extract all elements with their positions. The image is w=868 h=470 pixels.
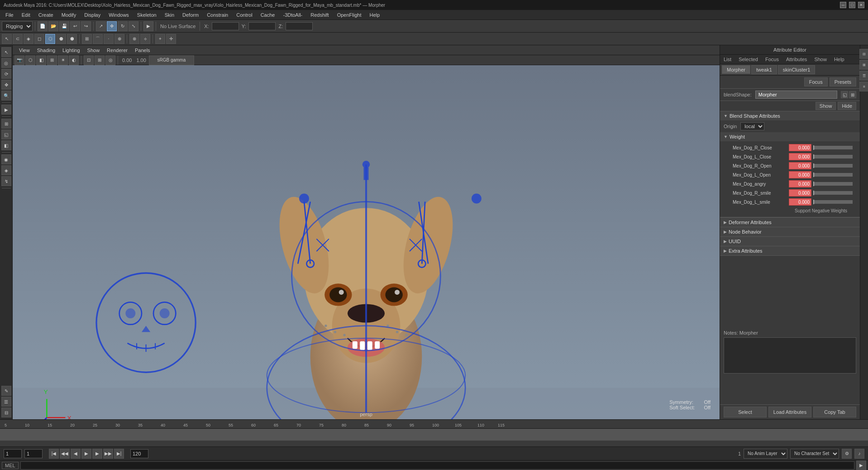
new-btn[interactable]: 📄 (38, 21, 48, 31)
move-pivot-btn[interactable]: ⊗ (129, 34, 139, 44)
maximize-btn[interactable]: □ (849, 2, 855, 8)
snap-curve-btn[interactable]: ⌒ (93, 34, 103, 44)
vp-hud-btn[interactable]: ◎ (105, 55, 115, 65)
obj-mode-btn[interactable]: ◻ (34, 34, 44, 44)
save-btn[interactable]: 💾 (59, 21, 69, 31)
redo-btn[interactable]: ↪ (81, 21, 91, 31)
end-frame-input[interactable] (130, 449, 148, 458)
vp-wire-btn[interactable]: ⬡ (25, 55, 35, 65)
vp-menu-panels[interactable]: Panels (133, 47, 152, 54)
plus-tool-btn[interactable]: + (155, 34, 165, 44)
menu-redshift[interactable]: Redshift (307, 11, 332, 19)
blend-shape-btn-2[interactable]: ⊞ (849, 91, 856, 98)
scale-tool-btn[interactable]: ⤡ (129, 21, 138, 31)
minimize-btn[interactable]: ─ (840, 2, 846, 8)
presets-btn[interactable]: Presets (830, 77, 856, 86)
undo-btn[interactable]: ↩ (70, 21, 80, 31)
script-input[interactable] (20, 461, 854, 470)
origin-dropdown[interactable]: local (740, 122, 764, 130)
current-frame-input[interactable] (24, 449, 43, 458)
menu-3dtoall[interactable]: -3DtoAll- (279, 11, 306, 19)
go-start-btn[interactable]: |◀ (49, 449, 59, 459)
wire-btn[interactable]: ◱ (1, 129, 11, 139)
menu-openflight[interactable]: OpenFlight (334, 11, 365, 19)
weight-slider-0[interactable] (813, 146, 853, 149)
attr-nav-attributes[interactable]: Attributes (784, 56, 809, 63)
weight-slider-2[interactable] (813, 164, 853, 168)
go-end-btn[interactable]: ▶| (114, 449, 124, 459)
attr-nav-focus[interactable]: Focus (763, 56, 781, 63)
move-tool-btn[interactable]: ✥ (107, 21, 117, 31)
close-btn[interactable]: ✕ (858, 2, 864, 8)
z-input[interactable] (286, 22, 313, 30)
vp-solid-btn[interactable]: ◧ (36, 55, 46, 65)
orbit-tool[interactable]: ⟳ (1, 69, 11, 79)
lasso-btn[interactable]: ⊂ (13, 34, 23, 44)
hide-btn[interactable]: Hide (838, 102, 856, 110)
menu-modify[interactable]: Modify (58, 11, 80, 19)
vp-grid-show-btn[interactable]: ⊞ (95, 55, 105, 65)
menu-file[interactable]: File (2, 11, 17, 19)
character-set-dropdown[interactable]: No Character Set (790, 449, 839, 459)
weight-slider-5[interactable] (813, 191, 853, 195)
face-mode-btn[interactable]: ⬢ (67, 34, 77, 44)
vp-menu-show[interactable]: Show (86, 47, 102, 54)
select-tool[interactable]: ↖ (1, 47, 11, 57)
edge-mode-btn[interactable]: ⬣ (56, 34, 66, 44)
weight-val-6[interactable] (789, 198, 811, 206)
menu-cache[interactable]: Cache (257, 11, 279, 19)
channel-box-toggle-2[interactable]: ⊞ (859, 60, 868, 70)
select-btn[interactable]: Select (724, 407, 767, 417)
soft-select-btn[interactable]: ⟡ (140, 34, 150, 44)
show-btn[interactable]: Show (816, 102, 836, 110)
zoom-tool[interactable]: 🔍 (1, 91, 11, 101)
prev-key-btn[interactable]: ◀◀ (60, 449, 70, 459)
anim-layer-dropdown[interactable]: No Anim Layer (744, 449, 787, 459)
next-key-btn[interactable]: ▶▶ (103, 449, 113, 459)
bottom-icon-1[interactable]: ⊟ (1, 408, 11, 417)
mel-label[interactable]: MEL (2, 462, 19, 469)
focus-btn[interactable]: Focus (804, 77, 828, 86)
weight-val-2[interactable] (789, 162, 811, 169)
extra-attributes-header[interactable]: ▶ Extra Attributes (720, 246, 860, 255)
y-input[interactable] (248, 22, 276, 30)
cross-tool-btn[interactable]: ✛ (166, 34, 176, 44)
deformer-attributes-header[interactable]: ▶ Deformer Attributes (720, 218, 860, 227)
next-frame-btn[interactable]: ▶ (92, 449, 102, 459)
sound-btn[interactable]: ♪ (854, 449, 864, 459)
quick-sel-btn[interactable]: ☰ (1, 397, 11, 407)
snap-point-btn[interactable]: · (104, 34, 114, 44)
attr-nav-help[interactable]: Help (832, 56, 846, 63)
render-view-btn[interactable]: ▶ (1, 105, 11, 115)
snap-grid-btn[interactable]: ⊞ (82, 34, 92, 44)
script-btn[interactable]: ✎ (1, 386, 11, 396)
menu-create[interactable]: Create (35, 11, 57, 19)
weight-slider-6[interactable] (813, 200, 853, 204)
menu-skin[interactable]: Skin (161, 11, 178, 19)
menu-windows[interactable]: Windows (105, 11, 133, 19)
node-tab-skincluster1[interactable]: skinCluster1 (778, 65, 816, 74)
menu-edit[interactable]: Edit (18, 11, 34, 19)
weight-slider-3[interactable] (813, 173, 853, 177)
prev-frame-btn[interactable]: ◀ (71, 449, 81, 459)
skin-btn[interactable]: ◈ (1, 165, 11, 175)
menu-constrain[interactable]: Constrain (203, 11, 232, 19)
vp-tex-btn[interactable]: ⊞ (47, 55, 57, 65)
node-tab-tweak1[interactable]: tweak1 (751, 65, 777, 74)
ik-btn[interactable]: ↯ (1, 176, 11, 186)
menu-help[interactable]: Help (366, 11, 383, 19)
vp-menu-lighting[interactable]: Lighting (61, 47, 82, 54)
channel-box-toggle-1[interactable]: ⊟ (859, 49, 868, 59)
anim-settings-btn[interactable]: ⚙ (842, 449, 852, 459)
node-behavior-header[interactable]: ▶ Node Behavior (720, 227, 860, 236)
select-btn[interactable]: ↗ (96, 21, 106, 31)
menu-control[interactable]: Control (233, 11, 256, 19)
vp-resolution-btn[interactable]: ⊡ (84, 55, 94, 65)
weight-val-1[interactable] (789, 153, 811, 160)
pan-tool[interactable]: ✥ (1, 80, 11, 90)
paint-btn[interactable]: ◈ (24, 34, 33, 44)
vp-cam-btn[interactable]: 📷 (14, 55, 24, 65)
load-attributes-btn[interactable]: Load Attributes (768, 407, 811, 417)
viewport-content[interactable]: X Y Symmetry: Off Soft Select: Off persp (13, 65, 720, 419)
attr-nav-show[interactable]: Show (812, 56, 829, 63)
